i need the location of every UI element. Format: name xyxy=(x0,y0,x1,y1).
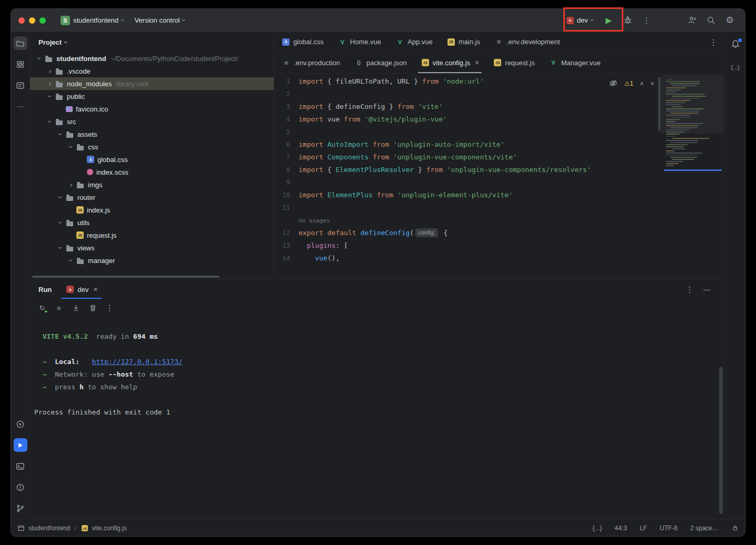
tree-item-manager[interactable]: ›manager xyxy=(30,254,274,267)
tree-item-imgs[interactable]: ›imgs xyxy=(30,178,274,191)
tree-item-public[interactable]: ›public xyxy=(30,90,274,103)
tab-close-icon[interactable]: × xyxy=(93,285,97,294)
lock-icon[interactable] xyxy=(732,524,739,531)
project-panel-header[interactable]: Project › xyxy=(30,32,274,52)
console-scrollbar[interactable] xyxy=(719,367,723,514)
run-config-selector[interactable]: n dev › xyxy=(561,14,598,26)
chevron-icon[interactable]: › xyxy=(56,193,65,201)
editor-tab-.env.development[interactable]: ≡.env.development xyxy=(487,32,567,52)
chevron-icon[interactable]: › xyxy=(56,218,65,227)
minimize-window-button[interactable] xyxy=(29,17,35,24)
search-everywhere-button[interactable] xyxy=(703,13,719,28)
editor-tab-main.js[interactable]: JSmain.js xyxy=(440,32,487,52)
chevron-icon[interactable]: › xyxy=(67,143,75,151)
run-panel-controls: ⋮ — xyxy=(685,285,717,295)
tree-item-studentfontend[interactable]: ›studentfontend~/Documents/PythonCode/st… xyxy=(30,52,274,65)
run-tab-dev[interactable]: n dev × xyxy=(63,280,100,299)
scroll-to-end-button[interactable] xyxy=(69,301,83,315)
eye-off-icon[interactable] xyxy=(609,79,618,87)
tool-window-run-button[interactable] xyxy=(14,438,27,452)
editor-tab-.env.production[interactable]: ≡.env.production xyxy=(274,52,347,73)
tool-window-vcs-button[interactable] xyxy=(14,501,27,515)
more-actions-button[interactable]: ⋮ xyxy=(639,13,654,28)
ai-snippets-button[interactable]: {...} xyxy=(731,64,740,70)
tool-window-structure-button[interactable] xyxy=(14,57,27,71)
next-problem-arrow-icon[interactable]: ∨ xyxy=(650,80,654,87)
debug-button[interactable] xyxy=(620,13,635,28)
clear-output-button[interactable] xyxy=(86,301,100,315)
tree-item-utils[interactable]: ›utils xyxy=(30,216,274,229)
horizontal-scrollbar[interactable] xyxy=(32,276,220,278)
tree-item-label: imgs xyxy=(88,181,102,189)
chevron-icon[interactable]: › xyxy=(67,256,75,265)
line-separator-widget[interactable]: LF xyxy=(640,524,647,532)
warning-badge[interactable]: ⚠1 xyxy=(624,79,633,87)
chevron-icon[interactable]: › xyxy=(46,67,54,75)
tool-window-commit-button[interactable] xyxy=(14,78,27,92)
tree-item-node_modules[interactable]: ›node_moduleslibrary root xyxy=(30,77,274,90)
tab-close-icon[interactable]: × xyxy=(475,58,479,67)
breadcrumb-file[interactable]: vite.config.js xyxy=(92,524,127,532)
editor-tab-package.json[interactable]: {}package.json xyxy=(347,52,414,73)
chevron-icon[interactable]: › xyxy=(46,79,54,88)
chevron-icon[interactable]: › xyxy=(46,92,54,100)
run-console[interactable]: VITE v4.5.2 ready in 694 ms → Local: htt… xyxy=(30,317,725,519)
editor-scrollbar[interactable] xyxy=(658,77,661,132)
code-with-me-button[interactable] xyxy=(684,13,700,28)
editor-tab-Manager.vue[interactable]: VManager.vue xyxy=(542,52,608,73)
tree-item-index.scss[interactable]: index.scss xyxy=(30,166,274,178)
editor-tab-vite.config.js[interactable]: JSvite.config.js× xyxy=(414,52,486,73)
minimap[interactable] xyxy=(662,75,724,251)
chevron-icon[interactable]: › xyxy=(56,244,65,252)
run-button[interactable]: ▶ xyxy=(601,13,616,28)
project-avatar: S xyxy=(61,16,70,25)
console-more-button[interactable]: ⋮ xyxy=(103,301,116,315)
tree-item-.vscode[interactable]: ›.vscode xyxy=(30,65,274,77)
rerun-button[interactable]: ↻ ▶ xyxy=(35,301,49,315)
editor-tab-App.vue[interactable]: VApp.vue xyxy=(388,32,440,52)
tab-options-button[interactable]: ⋮ xyxy=(709,37,718,47)
tool-window-project-button[interactable] xyxy=(14,36,27,50)
tree-item-global.css[interactable]: 3global.css xyxy=(30,153,274,166)
editor-tab-Home.vue[interactable]: VHome.vue xyxy=(331,32,388,52)
editor-tab-global.css[interactable]: 3global.css xyxy=(274,32,331,52)
tool-window-services-button[interactable] xyxy=(14,417,27,431)
tree-item-assets[interactable]: ›assets xyxy=(30,128,274,140)
chevron-icon[interactable]: › xyxy=(46,117,54,126)
css-file-icon: 3 xyxy=(87,156,94,163)
more-tool-windows-button[interactable]: ⋯ xyxy=(14,99,27,113)
tree-item-index.js[interactable]: JSindex.js xyxy=(30,204,274,216)
chevron-icon[interactable]: › xyxy=(67,180,75,189)
notifications-button[interactable] xyxy=(731,39,740,51)
project-switcher[interactable]: S studentfontend › xyxy=(56,14,128,27)
breadcrumb-project[interactable]: studentfontend xyxy=(28,524,70,532)
inspections-widget[interactable]: {...} xyxy=(593,524,602,532)
code-editor[interactable]: 1import { fileURLToPath, URL } from 'nod… xyxy=(274,74,725,279)
chevron-icon[interactable]: › xyxy=(35,54,44,63)
caret-position-widget[interactable]: 44:3 xyxy=(615,524,627,532)
tool-window-problems-button[interactable] xyxy=(14,480,27,494)
chevron-icon[interactable]: › xyxy=(56,130,65,138)
tree-item-request.js[interactable]: JSrequest.js xyxy=(30,229,274,241)
editor-tab-request.js[interactable]: JSrequest.js xyxy=(486,52,541,73)
prev-problem-arrow-icon[interactable]: ∧ xyxy=(640,80,644,87)
line-number: 2 xyxy=(274,88,299,100)
run-panel-options-button[interactable]: ⋮ xyxy=(685,285,694,295)
encoding-widget[interactable]: UTF-8 xyxy=(660,524,678,532)
indent-widget[interactable]: 2 space... xyxy=(690,524,718,532)
local-url-link[interactable]: http://127.0.0.1:5173/ xyxy=(92,358,183,366)
tree-item-css[interactable]: ›css xyxy=(30,140,274,153)
hide-panel-button[interactable]: — xyxy=(703,286,710,294)
zoom-window-button[interactable] xyxy=(39,17,46,24)
vcs-widget[interactable]: Version control › xyxy=(130,14,189,26)
settings-button[interactable]: ⚙ xyxy=(722,13,738,28)
close-window-button[interactable] xyxy=(18,17,25,24)
tree-item-src[interactable]: ›src xyxy=(30,115,274,128)
run-config-name: dev xyxy=(577,16,588,24)
tree-item-router[interactable]: ›router xyxy=(30,191,274,204)
tree-item-views[interactable]: ›views xyxy=(30,241,274,254)
tab-label: .env.production xyxy=(294,59,340,67)
tool-window-terminal-button[interactable] xyxy=(14,459,27,473)
tree-item-favicon.ico[interactable]: favicon.ico xyxy=(30,103,274,115)
stop-button[interactable]: ■ xyxy=(52,301,66,315)
